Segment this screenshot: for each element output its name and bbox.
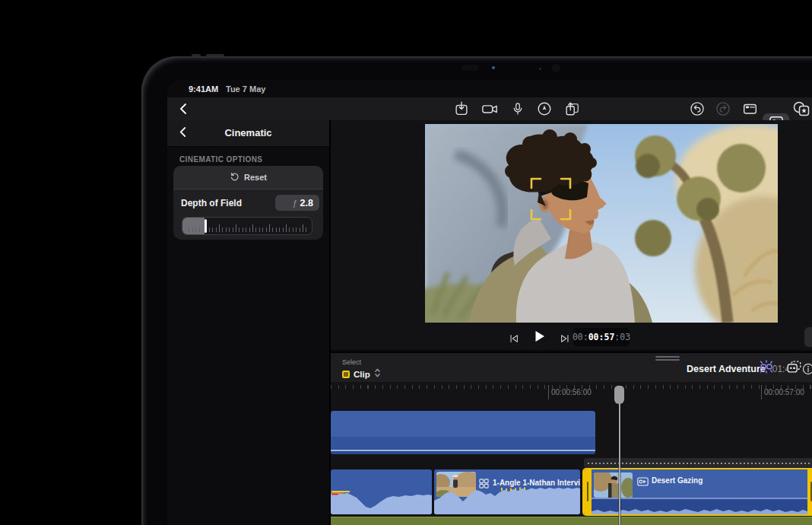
clipped-toolbar-button[interactable] <box>804 327 812 347</box>
timeline-header: Select Clip Desert Adventure 01:45 <box>331 352 812 383</box>
skip-forward-icon <box>560 333 570 344</box>
record-video-button[interactable] <box>480 99 500 119</box>
app-screen: 9:41AM Tue 7 May National Parks <box>167 80 812 525</box>
sensor-dot <box>539 68 541 70</box>
draw-icon <box>536 100 553 117</box>
audio-waveform <box>592 505 807 514</box>
status-bar: 9:41AM Tue 7 May <box>167 80 812 97</box>
browser-toggle-button[interactable] <box>740 99 760 119</box>
project-title: Desert Adventure <box>687 364 766 374</box>
timecode-main: 00:57 <box>588 332 615 342</box>
chevron-left-icon <box>179 103 188 115</box>
undo-button[interactable] <box>687 99 707 119</box>
play-button[interactable] <box>529 326 549 346</box>
selected-cinematic-clip[interactable]: Desert Gazing <box>582 468 812 516</box>
timecode-frames: :03 <box>614 332 630 342</box>
audio-waveform <box>331 488 432 514</box>
section-label: CINEMATIC OPTIONS <box>179 155 262 164</box>
panel-resize-grabber[interactable] <box>655 356 680 362</box>
ruler-label: 00:00:57:00 <box>764 388 804 396</box>
media-browser-icon <box>785 358 804 378</box>
camera-icon <box>481 100 499 117</box>
effects-browser-button[interactable] <box>792 99 812 119</box>
keyframe-dotted-line <box>588 463 812 464</box>
redo-button[interactable] <box>713 99 733 119</box>
inspector-sidebar: Cinematic CINEMATIC OPTIONS Reset Depth … <box>167 120 329 525</box>
media-browser-button[interactable] <box>784 359 804 377</box>
timecode-hours: 00: <box>573 332 588 342</box>
select-mode-control[interactable]: Clip <box>342 368 381 381</box>
effects-icon <box>792 100 812 118</box>
camera-ring <box>552 64 560 72</box>
f-stop-prefix: ƒ <box>292 199 297 208</box>
cinematic-options-card: Reset Depth of Field ƒ 2.8 <box>173 166 323 240</box>
left-trim-handle[interactable] <box>584 469 592 514</box>
slider-handle[interactable] <box>205 219 207 233</box>
play-icon <box>531 329 547 344</box>
clip-name: Desert Gazing <box>652 476 703 485</box>
depth-of-field-label: Depth of Field <box>181 198 242 208</box>
camera-housing <box>462 65 478 71</box>
right-trim-handle[interactable] <box>807 469 812 514</box>
skip-back-icon <box>509 333 519 344</box>
clip-glow-button[interactable] <box>756 359 776 377</box>
redo-icon <box>715 100 731 117</box>
reset-label: Reset <box>244 173 267 182</box>
front-camera-lens <box>492 66 495 69</box>
depth-of-field-slider[interactable] <box>182 217 312 235</box>
mic-icon <box>510 100 525 117</box>
clip-glow-icon <box>756 358 776 378</box>
volume-button-1 <box>192 54 201 56</box>
cinematic-badge-icon <box>637 476 649 489</box>
import-icon <box>453 100 470 117</box>
clip-select-icon <box>342 371 350 378</box>
voiceover-button[interactable] <box>508 99 528 119</box>
reset-icon <box>230 170 239 184</box>
volume-button-2 <box>206 54 224 56</box>
inspector-header: Cinematic <box>167 120 329 147</box>
reset-button[interactable]: Reset <box>173 166 323 189</box>
select-label: Select <box>342 358 361 366</box>
multicam-clip[interactable]: 1-Angle 1-Nathan Interview <box>434 469 580 514</box>
clip-thumbnail <box>594 473 633 498</box>
f-stop-value: 2.8 <box>300 198 313 208</box>
status-time: 9:41AM <box>189 84 218 94</box>
video-preview[interactable] <box>425 124 778 323</box>
primary-storyline: 1-Angle 1-Nathan Interview <box>331 469 812 514</box>
timeline-body[interactable]: 00:00:56:00 00:00:57:00 0 <box>331 382 812 525</box>
share-button[interactable] <box>562 99 582 119</box>
gap-color-clip[interactable] <box>331 517 812 525</box>
previous-frame-button[interactable] <box>504 329 524 348</box>
connected-clip[interactable] <box>331 411 595 454</box>
depth-of-field-value-field[interactable]: ƒ 2.8 <box>275 195 319 211</box>
timecode-display[interactable]: 00:00:57:03 <box>573 328 630 346</box>
viewer-area: 00:00:57:03 <box>331 120 812 350</box>
screenshot-root: 9:41AM Tue 7 May National Parks <box>0 0 812 525</box>
browser-icon <box>741 100 759 117</box>
navigation-bar: National Parks <box>167 97 812 120</box>
undo-icon <box>689 100 706 117</box>
playhead-line <box>619 404 620 525</box>
select-mode-value: Clip <box>354 370 370 379</box>
draw-tool-button[interactable] <box>534 99 554 119</box>
ruler-tick-major <box>548 385 549 399</box>
clip-name: 1-Angle 1-Nathan Interview <box>493 479 580 487</box>
back-button[interactable] <box>173 99 193 119</box>
transport-controls: 00:00:57:03 <box>331 326 812 350</box>
import-button[interactable] <box>452 99 471 119</box>
playhead-handle[interactable] <box>614 386 624 404</box>
ruler-tick-major <box>761 385 762 399</box>
chevron-up-down-icon <box>374 368 381 381</box>
audio-waveform <box>434 487 580 514</box>
ruler-label: 00:00:56:00 <box>551 388 592 396</box>
status-date: Tue 7 May <box>226 84 265 94</box>
inspector-title: Cinematic <box>167 127 329 138</box>
share-icon <box>563 100 581 117</box>
audio-clip[interactable] <box>331 469 432 514</box>
